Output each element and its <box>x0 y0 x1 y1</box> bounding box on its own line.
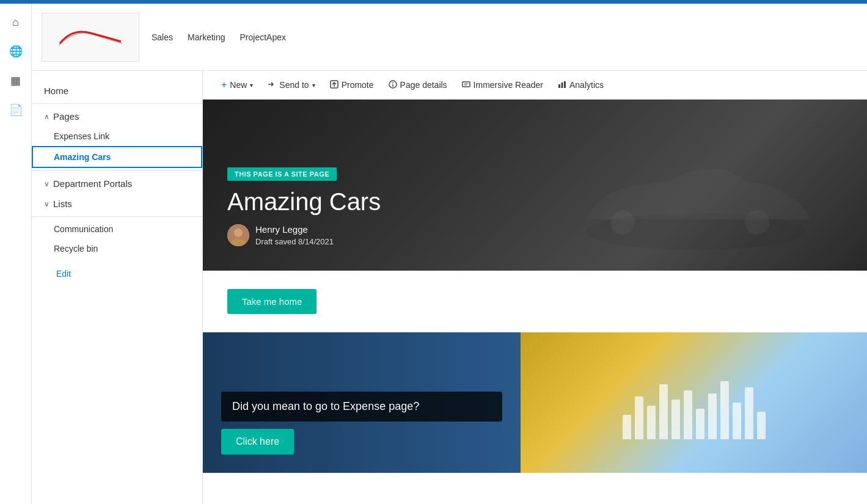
svg-point-13 <box>745 210 769 235</box>
sidebar-divider <box>32 103 202 104</box>
svg-rect-9 <box>561 82 563 88</box>
hero-author: Henry Legge Draft saved 8/14/2021 <box>227 224 381 246</box>
page-body: Take me home Did you mean to go to Expen… <box>203 271 867 491</box>
icon-rail: ⌂ 🌐 ▦ 📄 <box>0 4 32 504</box>
svg-rect-8 <box>558 84 560 88</box>
send-to-label: Send to <box>279 80 309 90</box>
site-page-badge: THIS PAGE IS A SITE PAGE <box>227 167 337 181</box>
chart-bar <box>659 384 668 439</box>
hero-title: Amazing Cars <box>227 188 381 216</box>
sidebar-home[interactable]: Home <box>32 81 202 101</box>
click-here-button[interactable]: Click here <box>221 429 294 455</box>
lists-chevron-icon: ∨ <box>44 200 49 208</box>
analytics-label: Analytics <box>569 80 604 90</box>
promo-question: Did you mean to go to Expense page? <box>221 392 502 422</box>
chart-bar <box>720 381 729 439</box>
hero-car-decoration <box>574 158 818 252</box>
send-to-icon <box>268 80 276 90</box>
send-to-button[interactable]: Send to ▾ <box>262 76 321 94</box>
analytics-button[interactable]: Analytics <box>552 76 610 94</box>
site-header: Sales Marketing ProjectApex <box>32 4 867 71</box>
promote-button[interactable]: Promote <box>324 76 380 94</box>
promo-section: Did you mean to go to Expense page? Clic… <box>203 332 867 473</box>
svg-rect-10 <box>564 81 566 88</box>
grid-nav-icon[interactable]: ▦ <box>4 68 28 93</box>
chart-bar <box>647 406 656 439</box>
nav-marketing[interactable]: Marketing <box>188 32 225 42</box>
immersive-reader-button[interactable]: Immersive Reader <box>456 76 549 94</box>
sidebar-department-portals[interactable]: ∨ Department Portals <box>32 173 202 194</box>
chart-bar <box>696 409 704 439</box>
nav-projectapex[interactable]: ProjectApex <box>240 32 286 42</box>
chart-bar <box>757 412 766 439</box>
sidebar-expenses-link[interactable]: Expenses Link <box>32 126 202 146</box>
new-label: New <box>230 80 247 90</box>
hero-content: THIS PAGE IS A SITE PAGE Amazing Cars <box>227 167 381 246</box>
page-content: + New ▾ Send to ▾ <box>203 71 867 504</box>
immersive-reader-icon <box>462 80 470 90</box>
chart-bar <box>733 403 741 439</box>
sidebar-pages-label: Pages <box>53 111 79 122</box>
sidebar-divider-2 <box>32 170 202 171</box>
new-chevron-icon: ▾ <box>250 82 253 89</box>
hero-draft-date: Draft saved 8/14/2021 <box>255 237 334 246</box>
chart-bar <box>623 415 631 439</box>
sidebar-edit-link[interactable]: Edit <box>44 264 83 283</box>
promote-label: Promote <box>342 80 374 90</box>
chart-bar <box>671 400 680 439</box>
site-nav: Sales Marketing ProjectApex <box>152 32 286 42</box>
immersive-reader-label: Immersive Reader <box>474 80 543 90</box>
chart-bar <box>635 396 643 439</box>
sidebar-recycle-bin[interactable]: Recycle bin <box>32 239 202 258</box>
sidebar-divider-3 <box>32 216 202 217</box>
svg-point-15 <box>234 228 243 237</box>
svg-point-12 <box>610 210 635 235</box>
home-nav-icon[interactable]: ⌂ <box>4 10 28 34</box>
nav-sales[interactable]: Sales <box>152 32 173 42</box>
send-to-chevron-icon: ▾ <box>312 82 315 89</box>
chart-bars <box>623 366 766 439</box>
author-name: Henry Legge <box>255 224 334 235</box>
globe-nav-icon[interactable]: 🌐 <box>4 39 28 64</box>
chart-bar <box>708 393 717 439</box>
sidebar-pages-section[interactable]: ∧ Pages <box>32 106 202 126</box>
page-details-button[interactable]: Page details <box>382 76 453 94</box>
new-plus-icon: + <box>221 79 227 90</box>
sidebar-communication[interactable]: Communication <box>32 219 202 239</box>
promo-left: Did you mean to go to Expense page? Clic… <box>203 332 521 473</box>
svg-rect-5 <box>463 82 470 87</box>
author-avatar <box>227 224 249 246</box>
sidebar: Home ∧ Pages Expenses Link Amazing Cars … <box>32 71 203 504</box>
sidebar-dept-portals-label: Department Portals <box>53 178 132 189</box>
sidebar-amazing-cars[interactable]: Amazing Cars <box>32 146 202 168</box>
hero-banner: THIS PAGE IS A SITE PAGE Amazing Cars <box>203 100 867 271</box>
chart-bar <box>745 387 753 439</box>
page-toolbar: + New ▾ Send to ▾ <box>203 71 867 100</box>
promote-icon <box>330 80 338 90</box>
sidebar-lists[interactable]: ∨ Lists <box>32 194 202 214</box>
site-logo <box>42 13 139 62</box>
pages-chevron-icon: ∧ <box>44 112 49 121</box>
analytics-icon <box>558 80 566 90</box>
svg-point-3 <box>392 82 393 83</box>
sidebar-lists-label: Lists <box>53 199 72 209</box>
chart-bar <box>684 390 692 439</box>
new-button[interactable]: + New ▾ <box>215 76 259 94</box>
dept-chevron-icon: ∨ <box>44 180 49 188</box>
take-me-home-button[interactable]: Take me home <box>227 289 316 314</box>
promo-right <box>521 332 867 473</box>
page-details-icon <box>389 80 397 90</box>
document-nav-icon[interactable]: 📄 <box>4 98 28 122</box>
page-details-label: Page details <box>400 80 447 90</box>
logo-svg <box>54 22 127 53</box>
